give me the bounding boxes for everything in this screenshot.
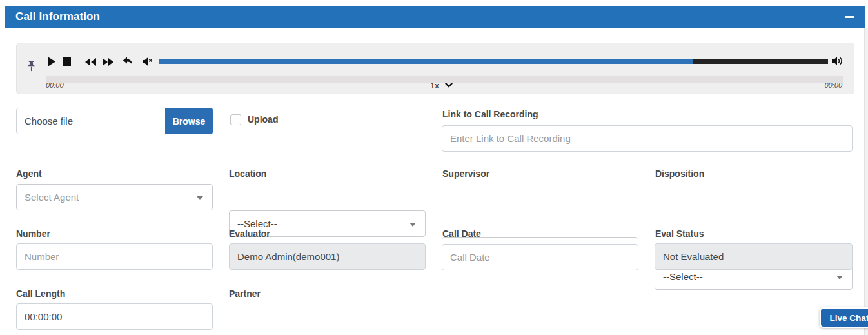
audio-player: 00:00 00:00 1x bbox=[16, 43, 854, 94]
call-date-input[interactable] bbox=[442, 244, 638, 270]
evaluator-value: Demo Admin(demo001) bbox=[237, 251, 339, 262]
playback-speed-control[interactable]: 1x bbox=[430, 81, 453, 90]
eval-status-field: Not Evaluated bbox=[655, 243, 853, 270]
rewind-icon[interactable] bbox=[85, 58, 96, 66]
call-length-input[interactable] bbox=[16, 303, 213, 330]
number-label: Number bbox=[16, 228, 50, 239]
agent-label: Agent bbox=[16, 168, 42, 179]
pushpin-icon[interactable] bbox=[26, 60, 36, 72]
evaluator-label: Evaluator bbox=[229, 228, 270, 239]
fast-forward-icon[interactable] bbox=[103, 58, 113, 66]
choose-file-text: Choose file bbox=[17, 116, 165, 127]
live-chat-label: Live Chat bbox=[830, 313, 868, 323]
triangle-down-icon bbox=[197, 196, 203, 200]
disposition-label: Disposition bbox=[655, 168, 704, 179]
call-date-label: Call Date bbox=[442, 228, 481, 239]
stop-icon[interactable] bbox=[63, 57, 71, 66]
call-length-label: Call Length bbox=[16, 289, 65, 299]
upload-checkbox[interactable] bbox=[230, 114, 241, 125]
location-select-value: --Select-- bbox=[237, 218, 277, 229]
collapse-panel-icon[interactable] bbox=[845, 16, 854, 18]
current-time: 00:00 bbox=[46, 81, 64, 89]
partner-label: Partner bbox=[229, 289, 261, 299]
choose-file-input[interactable]: Choose file Browse bbox=[16, 108, 213, 134]
volume-level-bar[interactable] bbox=[693, 59, 828, 64]
panel-title: Call Information bbox=[15, 10, 100, 23]
seek-progress-bar[interactable] bbox=[159, 59, 693, 64]
call-information-header: Call Information bbox=[5, 6, 865, 28]
link-recording-label: Link to Call Recording bbox=[442, 109, 538, 119]
speaker-waves-icon[interactable] bbox=[832, 56, 843, 66]
supervisor-label: Supervisor bbox=[442, 168, 489, 179]
duration-time: 00:00 bbox=[824, 81, 842, 89]
play-icon[interactable] bbox=[48, 57, 55, 66]
agent-select[interactable]: Select Agent bbox=[16, 184, 213, 210]
agent-select-value: Select Agent bbox=[25, 192, 79, 203]
eval-status-value: Not Evaluated bbox=[663, 251, 724, 262]
location-label: Location bbox=[229, 168, 266, 179]
undo-arrow-icon[interactable] bbox=[123, 57, 133, 66]
triangle-down-icon bbox=[409, 223, 416, 227]
evaluator-field: Demo Admin(demo001) bbox=[229, 243, 426, 270]
number-input[interactable] bbox=[16, 243, 213, 270]
live-chat-button[interactable]: Live Chat bbox=[820, 307, 868, 328]
browse-button[interactable]: Browse bbox=[165, 108, 213, 134]
triangle-down-icon bbox=[836, 276, 843, 279]
chevron-down-icon bbox=[445, 83, 453, 88]
speed-value: 1x bbox=[430, 81, 439, 90]
page-scroll-gutter bbox=[864, 28, 868, 335]
upload-label: Upload bbox=[248, 114, 278, 125]
muted-speaker-icon[interactable] bbox=[143, 57, 153, 66]
link-recording-input[interactable] bbox=[442, 125, 853, 152]
disposition-select-value: --Select-- bbox=[663, 271, 703, 282]
eval-status-label: Eval Status bbox=[655, 228, 704, 239]
